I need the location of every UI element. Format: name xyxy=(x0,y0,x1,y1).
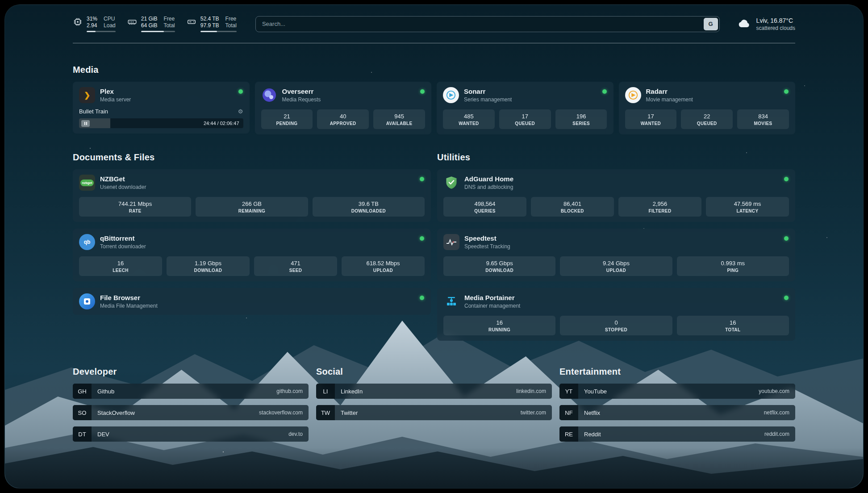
cloud-icon xyxy=(736,17,751,31)
cpu-widget: 31% CPU 2.94 Load xyxy=(73,16,116,32)
bookmark-youtube[interactable]: YT YouTube youtube.com xyxy=(559,384,795,399)
stat-blocked: 86,401 BLOCKED xyxy=(531,197,614,217)
service-subtitle: Movie management xyxy=(646,96,693,103)
playback-time: 24:44 / 02:06:47 xyxy=(204,121,239,126)
service-card-radarr[interactable]: Radarr Movie management 17 WANTED 22 QUE… xyxy=(619,82,796,134)
service-name: qBittorrent xyxy=(100,234,146,242)
service-name: AdGuard Home xyxy=(464,175,513,183)
plex-icon: ❯ xyxy=(79,87,95,103)
search-provider-button[interactable]: G xyxy=(704,18,718,30)
disk-free-value: 52.4 TB xyxy=(200,16,219,22)
portainer-icon xyxy=(443,293,459,309)
bookmark-dev[interactable]: DT DEV dev.to xyxy=(73,426,309,442)
service-card-speedtest[interactable]: Speedtest Speedtest Tracking 9.65 Gbps D… xyxy=(437,229,795,281)
service-card-filebrowser[interactable]: File Browser Media File Management xyxy=(73,288,431,315)
stat-upload: 618.52 Mbps UPLOAD xyxy=(342,256,425,276)
status-indicator xyxy=(238,89,243,94)
service-name: Plex xyxy=(100,88,131,95)
bookmark-stackoverflow[interactable]: SO StackOverflow stackoverflow.com xyxy=(73,405,309,420)
bookmark-url: github.com xyxy=(276,388,303,394)
resource-widgets: 31% CPU 2.94 Load xyxy=(73,16,237,32)
stat-approved: 40 APPROVED xyxy=(317,109,369,129)
bookmark-url: linkedin.com xyxy=(516,388,546,394)
bookmark-linkedin[interactable]: LI LinkedIn linkedin.com xyxy=(316,384,552,399)
bookmark-netflix[interactable]: NF Netflix netflix.com xyxy=(559,405,795,420)
service-name: Overseerr xyxy=(282,88,321,95)
qbittorrent-icon: qb xyxy=(79,234,95,250)
search-bar: G xyxy=(255,16,720,32)
stat-leech: 16 LEECH xyxy=(79,256,162,276)
pause-button[interactable] xyxy=(81,120,90,127)
stat-downloaded: 39.6 TB DOWNLOADED xyxy=(313,197,425,217)
service-card-overseerr[interactable]: Overseerr Media Requests 21 PENDING 40 A… xyxy=(255,82,432,134)
bookmark-twitter[interactable]: TW Twitter twitter.com xyxy=(316,405,552,420)
cpu-progress-fill xyxy=(87,31,96,32)
bookmark-name: Netflix xyxy=(584,409,600,416)
dashboard-window: 31% CPU 2.94 Load xyxy=(4,4,864,489)
playback-progress-bar[interactable]: 24:44 / 02:06:47 xyxy=(79,118,243,128)
cpu-percent: 31% xyxy=(87,16,97,22)
service-subtitle: Usenet downloader xyxy=(100,184,146,190)
stat-latency: 47.569 ms LATENCY xyxy=(706,197,789,217)
disk-icon xyxy=(187,17,196,29)
ram-progress-fill xyxy=(141,31,164,32)
status-indicator xyxy=(420,89,425,94)
status-indicator xyxy=(784,296,789,300)
snow-specks xyxy=(5,5,6,6)
bookmark-url: stackoverflow.com xyxy=(259,409,303,416)
stat-wanted: 17 WANTED xyxy=(625,109,677,129)
service-card-adguard[interactable]: AdGuard Home DNS and adblocking 498,564 … xyxy=(437,169,795,222)
section-title-documents: Documents & Files xyxy=(73,152,431,163)
bookmark-reddit[interactable]: RE Reddit reddit.com xyxy=(559,426,795,442)
section-title-entertainment: Entertainment xyxy=(559,367,795,377)
bookmark-name: Reddit xyxy=(584,431,601,438)
stat-running: 16 RUNNING xyxy=(443,316,555,335)
bookmark-abbr: YT xyxy=(559,384,578,399)
bookmark-url: dev.to xyxy=(288,431,303,437)
service-subtitle: Speedtest Tracking xyxy=(464,243,510,250)
bottom-fade xyxy=(5,448,863,488)
stat-queued: 17 QUEUED xyxy=(499,109,551,129)
stat-movies: 834 MOVIES xyxy=(737,109,789,129)
ram-widget: 21 GiB Free 64 GiB Total xyxy=(127,16,175,32)
service-subtitle: Media File Management xyxy=(100,303,158,309)
now-playing-title: Bullet Train xyxy=(79,108,108,115)
service-name: Speedtest xyxy=(464,234,510,242)
stat-download: 1.19 Gbps DOWNLOAD xyxy=(167,256,250,276)
service-card-qbittorrent[interactable]: qb qBittorrent Torrent downloader 16 LEE… xyxy=(73,229,431,281)
ram-total-label: Total xyxy=(163,22,175,29)
weather-location: Lviv, 16.87°C xyxy=(756,17,795,24)
service-card-plex[interactable]: ❯ Plex Media server Bullet Train ⚙ 24:44 xyxy=(73,82,250,134)
status-indicator xyxy=(602,89,607,94)
service-card-sonarr[interactable]: Sonarr Series management 485 WANTED 17 Q… xyxy=(437,82,613,134)
stat-pending: 21 PENDING xyxy=(261,109,313,129)
service-name: Media Portainer xyxy=(464,294,520,301)
bookmark-url: twitter.com xyxy=(521,409,546,416)
stat-wanted: 485 WANTED xyxy=(443,109,495,129)
bookmark-name: StackOverflow xyxy=(97,409,135,416)
disk-progress-fill xyxy=(200,31,217,32)
weather-widget[interactable]: Lviv, 16.87°C scattered clouds xyxy=(736,17,795,31)
disk-total-value: 97.9 TB xyxy=(200,22,219,29)
bookmark-abbr: TW xyxy=(316,405,335,420)
bookmark-github[interactable]: GH Github github.com xyxy=(73,384,309,399)
weather-condition: scattered clouds xyxy=(756,25,795,31)
gear-icon[interactable]: ⚙ xyxy=(238,108,243,115)
section-utilities: Utilities xyxy=(437,152,795,341)
service-card-portainer[interactable]: Media Portainer Container management 16 … xyxy=(437,288,795,341)
status-indicator xyxy=(420,177,424,181)
stat-stopped: 0 STOPPED xyxy=(560,316,672,335)
bookmark-name: YouTube xyxy=(584,388,607,395)
service-subtitle: Container management xyxy=(464,303,520,309)
bookmark-url: reddit.com xyxy=(764,431,789,437)
service-name: File Browser xyxy=(100,294,158,301)
overseerr-icon xyxy=(261,87,277,103)
service-name: NZBGet xyxy=(100,175,146,183)
search-input[interactable] xyxy=(255,16,720,32)
bookmark-abbr: LI xyxy=(316,384,335,399)
disk-free-label: Free xyxy=(225,16,237,22)
radarr-icon xyxy=(625,87,641,103)
bookmark-abbr: SO xyxy=(73,405,92,420)
cpu-load-label: Load xyxy=(104,22,116,29)
service-card-nzbget[interactable]: nzbget NZBGet Usenet downloader 744.21 M… xyxy=(73,169,431,222)
